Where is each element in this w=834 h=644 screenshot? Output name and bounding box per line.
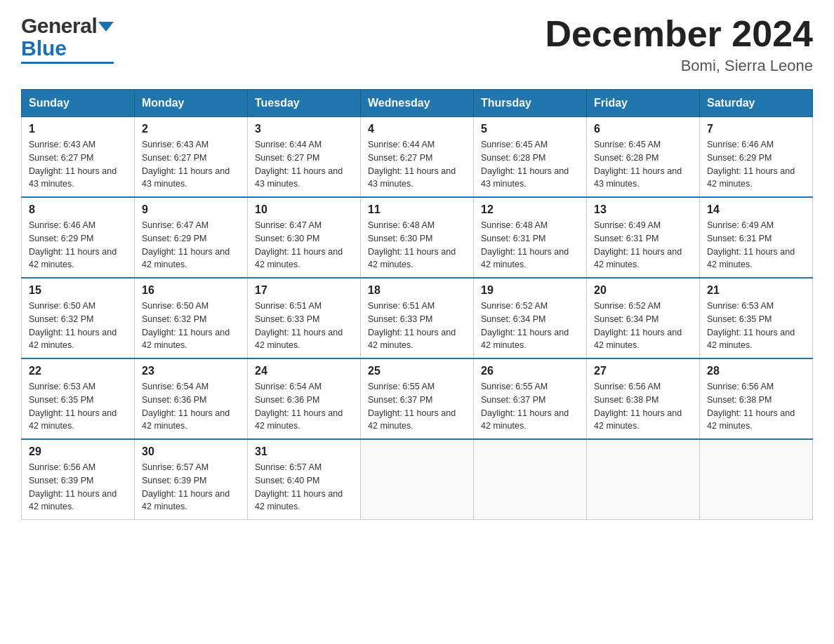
calendar-day-cell: 2Sunrise: 6:43 AMSunset: 6:27 PMDaylight… xyxy=(135,117,248,198)
calendar-day-cell: 23Sunrise: 6:54 AMSunset: 6:36 PMDayligh… xyxy=(135,358,248,439)
day-number: 12 xyxy=(481,203,579,216)
calendar-day-cell: 8Sunrise: 6:46 AMSunset: 6:29 PMDaylight… xyxy=(22,197,135,278)
day-info: Sunrise: 6:43 AMSunset: 6:27 PMDaylight:… xyxy=(142,138,240,191)
calendar-day-cell: 24Sunrise: 6:54 AMSunset: 6:36 PMDayligh… xyxy=(248,358,361,439)
calendar-day-header: Thursday xyxy=(474,90,587,117)
calendar-header-row: SundayMondayTuesdayWednesdayThursdayFrid… xyxy=(22,90,813,117)
calendar-day-cell: 30Sunrise: 6:57 AMSunset: 6:39 PMDayligh… xyxy=(135,439,248,520)
day-info: Sunrise: 6:56 AMSunset: 6:38 PMDaylight:… xyxy=(707,380,805,433)
day-info: Sunrise: 6:45 AMSunset: 6:28 PMDaylight:… xyxy=(481,138,579,191)
day-info: Sunrise: 6:53 AMSunset: 6:35 PMDaylight:… xyxy=(29,380,127,433)
logo: General Blue xyxy=(21,14,114,64)
day-number: 18 xyxy=(368,284,466,297)
calendar-week-row: 29Sunrise: 6:56 AMSunset: 6:39 PMDayligh… xyxy=(22,439,813,520)
day-info: Sunrise: 6:51 AMSunset: 6:33 PMDaylight:… xyxy=(368,300,466,352)
day-info: Sunrise: 6:46 AMSunset: 6:29 PMDaylight:… xyxy=(29,219,127,271)
calendar-week-row: 8Sunrise: 6:46 AMSunset: 6:29 PMDaylight… xyxy=(22,197,813,278)
calendar-day-cell: 19Sunrise: 6:52 AMSunset: 6:34 PMDayligh… xyxy=(474,278,587,358)
calendar-day-cell: 14Sunrise: 6:49 AMSunset: 6:31 PMDayligh… xyxy=(700,197,813,278)
day-number: 23 xyxy=(142,365,240,377)
calendar-day-header: Wednesday xyxy=(361,90,474,117)
calendar-day-header: Saturday xyxy=(700,90,813,117)
day-info: Sunrise: 6:56 AMSunset: 6:38 PMDaylight:… xyxy=(594,380,692,433)
day-number: 3 xyxy=(255,123,353,135)
day-number: 20 xyxy=(594,284,692,297)
day-info: Sunrise: 6:54 AMSunset: 6:36 PMDaylight:… xyxy=(142,380,240,433)
calendar-day-cell: 9Sunrise: 6:47 AMSunset: 6:29 PMDaylight… xyxy=(135,197,248,278)
day-info: Sunrise: 6:46 AMSunset: 6:29 PMDaylight:… xyxy=(707,138,805,191)
day-number: 31 xyxy=(255,445,353,458)
svg-marker-0 xyxy=(98,22,114,32)
day-info: Sunrise: 6:57 AMSunset: 6:40 PMDaylight:… xyxy=(255,461,353,514)
day-number: 26 xyxy=(481,365,579,377)
calendar-day-cell: 16Sunrise: 6:50 AMSunset: 6:32 PMDayligh… xyxy=(135,278,248,358)
day-number: 24 xyxy=(255,365,353,377)
day-info: Sunrise: 6:48 AMSunset: 6:31 PMDaylight:… xyxy=(481,219,579,271)
calendar-day-cell: 4Sunrise: 6:44 AMSunset: 6:27 PMDaylight… xyxy=(361,117,474,198)
calendar-day-cell: 21Sunrise: 6:53 AMSunset: 6:35 PMDayligh… xyxy=(700,278,813,358)
day-info: Sunrise: 6:49 AMSunset: 6:31 PMDaylight:… xyxy=(594,219,692,271)
day-info: Sunrise: 6:47 AMSunset: 6:30 PMDaylight:… xyxy=(255,219,353,271)
calendar-day-cell: 5Sunrise: 6:45 AMSunset: 6:28 PMDaylight… xyxy=(474,117,587,198)
calendar-day-cell: 3Sunrise: 6:44 AMSunset: 6:27 PMDaylight… xyxy=(248,117,361,198)
day-info: Sunrise: 6:44 AMSunset: 6:27 PMDaylight:… xyxy=(368,138,466,191)
day-number: 30 xyxy=(142,445,240,458)
calendar-day-cell xyxy=(361,439,474,520)
day-number: 11 xyxy=(368,203,466,216)
day-info: Sunrise: 6:51 AMSunset: 6:33 PMDaylight:… xyxy=(255,300,353,352)
day-info: Sunrise: 6:47 AMSunset: 6:29 PMDaylight:… xyxy=(142,219,240,271)
page-header: General Blue December 2024 Bomi, Sierra … xyxy=(21,14,813,75)
calendar-week-row: 1Sunrise: 6:43 AMSunset: 6:27 PMDaylight… xyxy=(22,117,813,198)
calendar-day-cell: 20Sunrise: 6:52 AMSunset: 6:34 PMDayligh… xyxy=(587,278,700,358)
calendar-day-cell: 15Sunrise: 6:50 AMSunset: 6:32 PMDayligh… xyxy=(22,278,135,358)
calendar-day-cell: 28Sunrise: 6:56 AMSunset: 6:38 PMDayligh… xyxy=(700,358,813,439)
calendar-day-header: Friday xyxy=(587,90,700,117)
day-number: 7 xyxy=(707,123,805,135)
calendar-day-cell: 31Sunrise: 6:57 AMSunset: 6:40 PMDayligh… xyxy=(248,439,361,520)
calendar-day-cell xyxy=(700,439,813,520)
calendar-week-row: 22Sunrise: 6:53 AMSunset: 6:35 PMDayligh… xyxy=(22,358,813,439)
day-info: Sunrise: 6:44 AMSunset: 6:27 PMDaylight:… xyxy=(255,138,353,191)
day-number: 13 xyxy=(594,203,692,216)
day-number: 5 xyxy=(481,123,579,135)
calendar-table: SundayMondayTuesdayWednesdayThursdayFrid… xyxy=(21,89,813,520)
day-number: 17 xyxy=(255,284,353,297)
calendar-day-cell xyxy=(587,439,700,520)
title-section: December 2024 Bomi, Sierra Leone xyxy=(545,14,813,75)
day-number: 28 xyxy=(707,365,805,377)
calendar-day-header: Tuesday xyxy=(248,90,361,117)
day-info: Sunrise: 6:50 AMSunset: 6:32 PMDaylight:… xyxy=(29,300,127,352)
logo-general-text: General xyxy=(21,14,97,38)
day-number: 27 xyxy=(594,365,692,377)
day-info: Sunrise: 6:48 AMSunset: 6:30 PMDaylight:… xyxy=(368,219,466,271)
calendar-day-cell: 22Sunrise: 6:53 AMSunset: 6:35 PMDayligh… xyxy=(22,358,135,439)
calendar-day-header: Monday xyxy=(135,90,248,117)
day-number: 8 xyxy=(29,203,127,216)
calendar-day-cell: 13Sunrise: 6:49 AMSunset: 6:31 PMDayligh… xyxy=(587,197,700,278)
day-info: Sunrise: 6:57 AMSunset: 6:39 PMDaylight:… xyxy=(142,461,240,514)
day-info: Sunrise: 6:49 AMSunset: 6:31 PMDaylight:… xyxy=(707,219,805,271)
calendar-day-cell: 7Sunrise: 6:46 AMSunset: 6:29 PMDaylight… xyxy=(700,117,813,198)
day-number: 4 xyxy=(368,123,466,135)
day-info: Sunrise: 6:52 AMSunset: 6:34 PMDaylight:… xyxy=(594,300,692,352)
calendar-day-cell: 1Sunrise: 6:43 AMSunset: 6:27 PMDaylight… xyxy=(22,117,135,198)
day-number: 16 xyxy=(142,284,240,297)
day-info: Sunrise: 6:56 AMSunset: 6:39 PMDaylight:… xyxy=(29,461,127,514)
day-number: 21 xyxy=(707,284,805,297)
month-title: December 2024 xyxy=(545,14,813,54)
day-number: 19 xyxy=(481,284,579,297)
day-info: Sunrise: 6:55 AMSunset: 6:37 PMDaylight:… xyxy=(481,380,579,433)
day-info: Sunrise: 6:55 AMSunset: 6:37 PMDaylight:… xyxy=(368,380,466,433)
calendar-day-header: Sunday xyxy=(22,90,135,117)
day-info: Sunrise: 6:45 AMSunset: 6:28 PMDaylight:… xyxy=(594,138,692,191)
day-number: 25 xyxy=(368,365,466,377)
day-number: 6 xyxy=(594,123,692,135)
day-info: Sunrise: 6:53 AMSunset: 6:35 PMDaylight:… xyxy=(707,300,805,352)
day-number: 1 xyxy=(29,123,127,135)
day-number: 2 xyxy=(142,123,240,135)
location-text: Bomi, Sierra Leone xyxy=(545,57,813,75)
day-number: 10 xyxy=(255,203,353,216)
calendar-day-cell xyxy=(474,439,587,520)
calendar-day-cell: 25Sunrise: 6:55 AMSunset: 6:37 PMDayligh… xyxy=(361,358,474,439)
calendar-day-cell: 11Sunrise: 6:48 AMSunset: 6:30 PMDayligh… xyxy=(361,197,474,278)
